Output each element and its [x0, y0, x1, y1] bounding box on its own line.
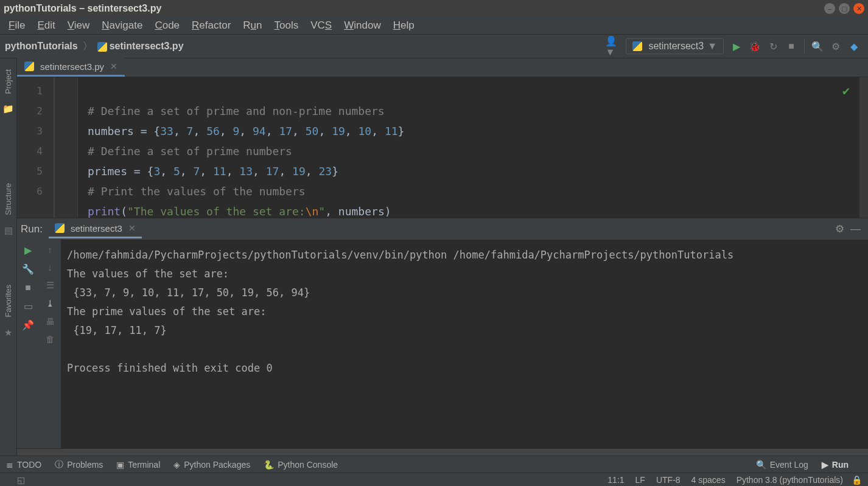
titlebar: pythonTutorials – setintersect3.py – ▢ ✕: [0, 0, 868, 17]
python-console-button[interactable]: 🐍Python Console: [264, 460, 338, 470]
menu-help[interactable]: Help: [387, 18, 421, 33]
menu-code[interactable]: Code: [149, 18, 186, 33]
console-horizontal-scrollbar[interactable]: [17, 448, 868, 456]
hide-panel-icon[interactable]: —: [850, 223, 861, 235]
down-arrow-icon[interactable]: ↓: [47, 262, 52, 273]
wrench-icon[interactable]: 🔧: [22, 263, 34, 275]
code-area[interactable]: # Define a set of prime and non-prime nu…: [78, 77, 859, 218]
tool-window-icon[interactable]: ◱: [17, 475, 25, 485]
breadcrumb-separator: 〉: [83, 40, 93, 53]
play-icon: ▶: [822, 460, 828, 470]
user-icon[interactable]: 👤▼: [605, 38, 621, 54]
status-bar: ◱ 11:1 LF UTF-8 4 spaces Python 3.8 (pyt…: [0, 473, 868, 486]
list-icon: ≣: [6, 460, 13, 470]
console-output[interactable]: /home/fahmida/PycharmProjects/pythonTuto…: [61, 240, 868, 448]
menu-view[interactable]: View: [61, 18, 96, 33]
soft-wrap-icon[interactable]: ☰: [46, 280, 54, 291]
editor-scrollbar[interactable]: [859, 77, 868, 218]
run-with-coverage-button[interactable]: ↻: [765, 38, 781, 54]
run-settings-icon[interactable]: ⚙: [835, 223, 844, 235]
line-separator[interactable]: LF: [635, 475, 645, 485]
structure-icon: ▤: [4, 225, 13, 236]
line-gutter: 1 2 3 4 5 6: [17, 77, 55, 218]
minimize-button[interactable]: –: [824, 3, 835, 14]
run-nav-column: ↑ ↓ ☰ ⤓ 🖶 🗑: [39, 240, 61, 448]
scroll-end-icon[interactable]: ⤓: [46, 298, 54, 309]
python-packages-button[interactable]: ◈Python Packages: [173, 460, 250, 470]
menu-edit[interactable]: Edit: [31, 18, 61, 33]
inspection-ok-icon[interactable]: ✔: [842, 81, 850, 101]
navigation-bar: pythonTutorials 〉 setintersect3.py 👤▼ se…: [0, 34, 868, 58]
terminal-icon: ▣: [116, 460, 124, 470]
editor-tabs: setintersect3.py ✕: [17, 58, 868, 77]
python-file-icon: [97, 42, 107, 52]
maximize-button[interactable]: ▢: [839, 3, 850, 14]
file-encoding[interactable]: UTF-8: [656, 475, 681, 485]
settings-icon[interactable]: ⚙: [828, 38, 844, 54]
code-editor[interactable]: 1 2 3 4 5 6 # Define a set of prime and …: [17, 77, 868, 218]
python-console-icon: 🐍: [264, 460, 274, 470]
stop-button[interactable]: ■: [783, 38, 799, 54]
event-log-icon: 🔍: [756, 460, 766, 470]
editor-tab-label: setintersect3.py: [40, 61, 104, 72]
packages-icon: ◈: [173, 460, 180, 470]
close-button[interactable]: ✕: [853, 3, 864, 14]
trash-icon[interactable]: 🗑: [46, 334, 55, 344]
python-file-icon: [24, 61, 34, 71]
menu-file[interactable]: File: [2, 18, 31, 33]
run-tool-window: Run: setintersect3 ✕ ⚙ — ▶ 🔧 ■ ▭ 📌: [17, 218, 868, 456]
menu-window[interactable]: Window: [338, 18, 387, 33]
problems-button[interactable]: ⓘProblems: [55, 459, 103, 470]
run-configuration-selector[interactable]: setintersect3 ▼: [626, 38, 724, 54]
event-log-button[interactable]: 🔍Event Log: [756, 460, 808, 470]
structure-tool-button[interactable]: Structure: [4, 183, 13, 215]
menu-run[interactable]: Run: [237, 18, 268, 33]
menu-tools[interactable]: Tools: [268, 18, 305, 33]
bottom-tool-buttons: ≣TODO ⓘProblems ▣Terminal ◈Python Packag…: [0, 456, 868, 473]
lock-icon[interactable]: 🔒: [852, 475, 862, 485]
pin-icon[interactable]: 📌: [22, 319, 34, 331]
print-icon[interactable]: 🖶: [46, 316, 55, 327]
window-title: pythonTutorials – setintersect3.py: [4, 3, 821, 14]
search-everywhere-icon[interactable]: 🔍: [810, 38, 825, 54]
run-label: Run:: [21, 223, 43, 235]
run-action-column: ▶ 🔧 ■ ▭ 📌: [17, 240, 39, 448]
close-tab-icon[interactable]: ✕: [110, 61, 117, 71]
python-interpreter[interactable]: Python 3.8 (pythonTutorials): [737, 475, 843, 485]
editor-tab-setintersect3[interactable]: setintersect3.py ✕: [17, 58, 125, 77]
gutter-separator: [55, 77, 78, 218]
run-tool-button[interactable]: ▶Run: [822, 460, 849, 470]
center-pane: setintersect3.py ✕ 1 2 3 4 5 6 # Define …: [17, 58, 868, 456]
menu-vcs[interactable]: VCS: [304, 18, 338, 33]
python-icon: [55, 223, 65, 233]
breadcrumb-file[interactable]: setintersect3.py: [97, 41, 184, 52]
main-split: Project 📁 Structure ▤ Favorites ★ setint…: [0, 58, 868, 456]
breadcrumb-project[interactable]: pythonTutorials: [5, 41, 78, 52]
dropdown-icon: ▼: [707, 41, 717, 52]
menu-refactor[interactable]: Refactor: [186, 18, 237, 33]
run-config-name: setintersect3: [648, 41, 704, 52]
favorites-tool-button[interactable]: Favorites: [4, 285, 13, 317]
star-icon: ★: [4, 327, 12, 338]
info-icon: ⓘ: [55, 459, 63, 470]
left-tool-strip: Project 📁 Structure ▤ Favorites ★: [0, 58, 17, 456]
layout-icon[interactable]: ▭: [24, 300, 33, 312]
todo-button[interactable]: ≣TODO: [6, 460, 41, 470]
terminal-button[interactable]: ▣Terminal: [116, 460, 160, 470]
cursor-position[interactable]: 11:1: [607, 475, 624, 485]
indent-setting[interactable]: 4 spaces: [691, 475, 726, 485]
stop-run-button[interactable]: ■: [25, 282, 31, 293]
debug-button[interactable]: 🐞: [747, 38, 763, 54]
close-run-tab-icon[interactable]: ✕: [128, 223, 136, 233]
folder-icon[interactable]: 📁: [2, 103, 14, 114]
up-arrow-icon[interactable]: ↑: [47, 245, 52, 255]
python-icon: [632, 41, 642, 51]
run-body: ▶ 🔧 ■ ▭ 📌 ↑ ↓ ☰ ⤓ 🖶 🗑 /home/fahmida/Pych…: [17, 240, 868, 448]
menu-navigate[interactable]: Navigate: [96, 18, 149, 33]
breadcrumb: pythonTutorials 〉 setintersect3.py: [5, 40, 184, 53]
project-tool-button[interactable]: Project: [4, 69, 13, 94]
run-button[interactable]: ▶: [729, 38, 744, 54]
help-icon[interactable]: ◆: [846, 38, 862, 54]
rerun-button[interactable]: ▶: [24, 245, 32, 256]
menubar: File Edit View Navigate Code Refactor Ru…: [0, 17, 868, 34]
